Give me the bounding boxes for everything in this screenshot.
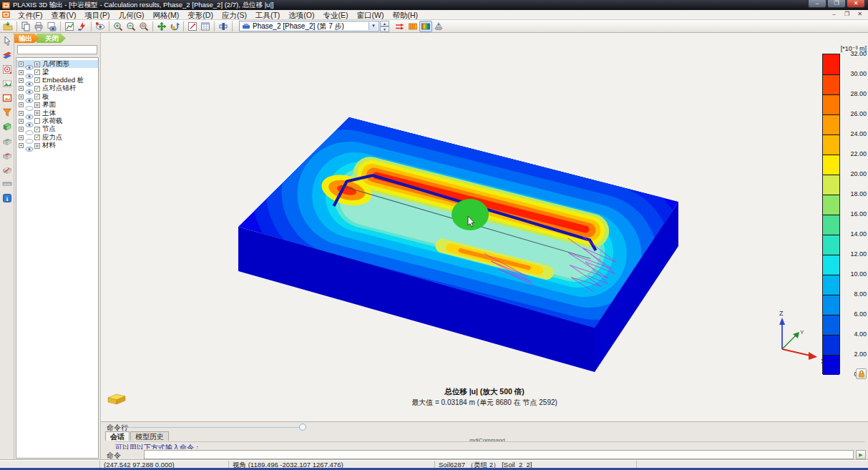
phase-selector[interactable]: Phase_2 [Phase_2] (第 7 步) ▼ <box>239 21 379 31</box>
expand-icon[interactable]: + <box>19 119 24 124</box>
pan-icon[interactable] <box>155 21 168 32</box>
hide-items-icon[interactable] <box>94 21 107 32</box>
copy-icon[interactable] <box>19 21 32 32</box>
rotate-icon[interactable] <box>168 21 181 32</box>
cross-section-icon[interactable] <box>76 21 89 32</box>
tree-item[interactable]: +水荷载 <box>16 117 98 125</box>
checkbox-filled[interactable] <box>34 143 40 149</box>
filter-icon[interactable] <box>1 106 14 119</box>
expand-icon[interactable]: + <box>19 102 24 107</box>
ellipse-icon[interactable] <box>25 102 34 108</box>
mdi-minimize-button[interactable]: – <box>829 10 839 19</box>
volume-2-icon[interactable] <box>1 134 14 147</box>
command-tab[interactable]: 会话 <box>105 431 130 441</box>
menu-item[interactable]: 专业(E) <box>319 10 353 20</box>
ellipse-icon[interactable] <box>25 126 34 132</box>
center-view-icon[interactable] <box>217 21 230 32</box>
menu-item[interactable]: 应力(S) <box>218 10 251 20</box>
zoom-in-icon[interactable] <box>112 21 125 32</box>
report-icon[interactable] <box>1 77 14 90</box>
eye-icon[interactable] <box>25 85 34 92</box>
menu-item[interactable]: 帮助(H) <box>388 10 422 20</box>
checkbox-checked[interactable] <box>34 69 40 75</box>
volume-1-icon[interactable] <box>1 120 14 133</box>
expand-icon[interactable]: + <box>19 127 24 132</box>
tree-item[interactable]: +材料 <box>16 142 98 150</box>
panel-splitter[interactable] <box>124 427 299 428</box>
measure-icon[interactable] <box>1 177 14 190</box>
snapshot-view-icon[interactable] <box>1 92 14 104</box>
menu-item[interactable]: 变形(D) <box>183 10 218 20</box>
node-selection-icon[interactable] <box>1 63 14 76</box>
tree-item[interactable]: +点对点锚杆 <box>16 84 98 92</box>
maximize-button[interactable]: ❐ <box>827 0 846 8</box>
checkbox-checked[interactable] <box>34 86 40 92</box>
scale-icon[interactable] <box>186 21 199 32</box>
checkbox-filled[interactable] <box>34 110 40 116</box>
shadings-icon[interactable] <box>406 21 419 32</box>
menu-item[interactable]: 窗口(W) <box>353 10 389 20</box>
menu-item[interactable]: 查看(V) <box>47 10 80 20</box>
explorer-tab-active[interactable]: 输出 <box>14 34 39 43</box>
eye-icon[interactable] <box>25 94 34 100</box>
cross-section-plane-icon[interactable] <box>1 49 14 62</box>
tree-item[interactable]: +界面 <box>16 101 98 109</box>
mdi-restore-button[interactable]: ❐ <box>842 10 852 19</box>
tree-item[interactable]: +几何图形 <box>16 60 98 68</box>
checkbox-checked[interactable] <box>34 77 40 83</box>
volume-4-icon[interactable] <box>1 163 14 176</box>
phase-stepper[interactable]: ▲ ▼ <box>380 21 389 31</box>
info-icon[interactable]: i <box>1 192 14 205</box>
menu-item[interactable]: 工具(T) <box>251 10 284 20</box>
tree-item[interactable]: +板 <box>16 93 98 101</box>
explorer-tab-close[interactable]: 关闭 <box>36 34 66 43</box>
menu-item[interactable]: 几何(G) <box>114 10 148 20</box>
close-button[interactable]: ✕ <box>847 0 865 8</box>
volume-3-icon[interactable] <box>1 149 14 162</box>
eye-icon[interactable] <box>25 142 34 149</box>
run-command-button[interactable]: ▶ <box>856 450 866 459</box>
checkbox-checked[interactable] <box>34 134 40 140</box>
expand-icon[interactable]: + <box>19 135 24 140</box>
expand-icon[interactable]: + <box>19 143 24 148</box>
select-icon[interactable] <box>1 34 14 47</box>
menu-item[interactable]: 选项(O) <box>284 10 318 20</box>
command-input[interactable] <box>144 450 854 459</box>
minimize-button[interactable]: – <box>808 0 826 8</box>
explorer-filter-input[interactable] <box>17 45 97 54</box>
expand-icon[interactable]: + <box>19 62 24 67</box>
eye-icon[interactable] <box>25 61 34 67</box>
expand-icon[interactable]: + <box>19 94 24 99</box>
3d-viewport[interactable]: Z Y X [*10⁻³ m] 32.0030.0028.0026.0024.0… <box>100 33 868 421</box>
zoom-rect-icon[interactable] <box>137 21 150 32</box>
command-tab[interactable]: 模型历史 <box>130 431 169 441</box>
tree-item[interactable]: +应力点 <box>16 134 98 142</box>
result-arrows-icon[interactable] <box>394 21 406 32</box>
chevron-down-icon[interactable]: ▼ <box>369 22 378 30</box>
menu-item[interactable]: 项目(P) <box>80 10 114 20</box>
expand-icon[interactable]: + <box>19 78 24 83</box>
expand-icon[interactable]: + <box>19 111 24 116</box>
eye-icon[interactable] <box>25 110 34 117</box>
eye-icon[interactable] <box>25 118 34 124</box>
curves-icon[interactable] <box>63 21 76 32</box>
legend-lock-button[interactable] <box>856 368 867 379</box>
expand-icon[interactable]: + <box>19 86 24 91</box>
splitter-handle-icon[interactable] <box>299 424 306 431</box>
contour-lines-icon[interactable] <box>419 21 432 32</box>
open-icon[interactable] <box>1 21 14 32</box>
step-down-icon[interactable]: ▼ <box>380 26 389 32</box>
zoom-out-icon[interactable] <box>125 21 137 32</box>
snapshot-icon[interactable] <box>45 21 58 32</box>
ellipse-icon[interactable] <box>25 134 34 141</box>
table-icon[interactable] <box>199 21 212 32</box>
menu-item[interactable]: 网格(M) <box>149 10 184 20</box>
eye-icon[interactable] <box>25 77 34 84</box>
eye-icon[interactable] <box>25 69 34 76</box>
checkbox-filled[interactable] <box>34 102 40 108</box>
checkbox-checked[interactable] <box>34 94 40 99</box>
checkbox-empty[interactable] <box>34 118 40 124</box>
step-up-icon[interactable]: ▲ <box>380 21 389 26</box>
checkbox-filled[interactable] <box>34 62 40 67</box>
checkbox-checked[interactable] <box>34 127 40 132</box>
